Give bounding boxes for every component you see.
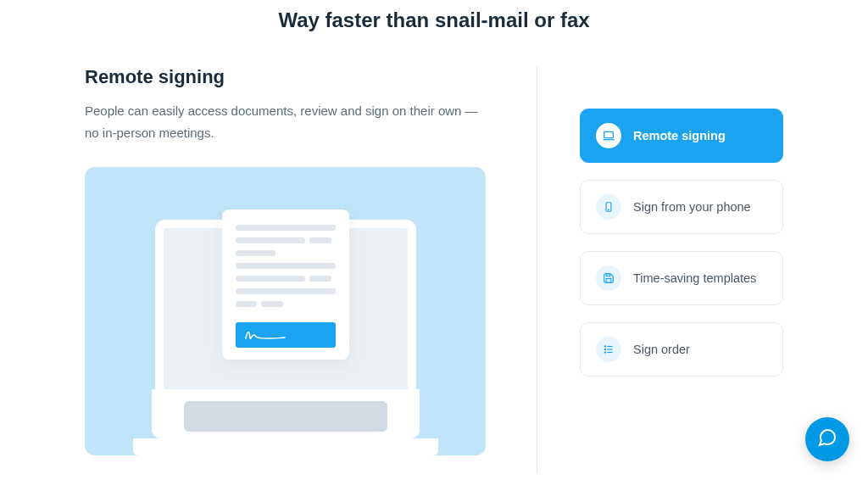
save-icon xyxy=(596,265,621,291)
svg-point-11 xyxy=(604,352,605,353)
option-time-saving-templates[interactable]: Time-saving templates xyxy=(580,251,783,305)
option-remote-signing[interactable]: Remote signing xyxy=(580,109,783,163)
option-sign-order[interactable]: Sign order xyxy=(580,322,783,377)
feature-detail-panel: Remote signing People can easily access … xyxy=(85,66,537,473)
svg-point-10 xyxy=(604,349,605,349)
page-title: Way faster than snail-mail or fax xyxy=(0,0,868,66)
option-label: Sign from your phone xyxy=(633,200,751,214)
svg-rect-4 xyxy=(606,274,610,276)
feature-description: People can easily access documents, revi… xyxy=(85,100,486,143)
option-sign-from-phone[interactable]: Sign from your phone xyxy=(580,180,783,234)
phone-icon xyxy=(596,194,621,220)
list-icon xyxy=(596,337,621,362)
document-illustration xyxy=(222,209,349,360)
option-label: Sign order xyxy=(633,343,690,356)
svg-rect-5 xyxy=(606,279,611,283)
option-label: Time-saving templates xyxy=(633,271,756,285)
feature-title: Remote signing xyxy=(85,66,486,88)
signature-box xyxy=(236,322,336,348)
chat-button[interactable] xyxy=(805,417,849,461)
option-label: Remote signing xyxy=(633,129,726,142)
chat-icon xyxy=(817,427,837,451)
laptop-icon xyxy=(596,123,621,148)
content-wrap: Remote signing People can easily access … xyxy=(0,66,868,473)
feature-options-panel: Remote signing Sign from your phone Time… xyxy=(537,66,783,473)
svg-point-3 xyxy=(609,209,609,210)
svg-point-9 xyxy=(604,346,605,347)
feature-illustration xyxy=(85,167,486,455)
laptop-illustration xyxy=(133,220,438,455)
svg-rect-0 xyxy=(604,131,614,137)
